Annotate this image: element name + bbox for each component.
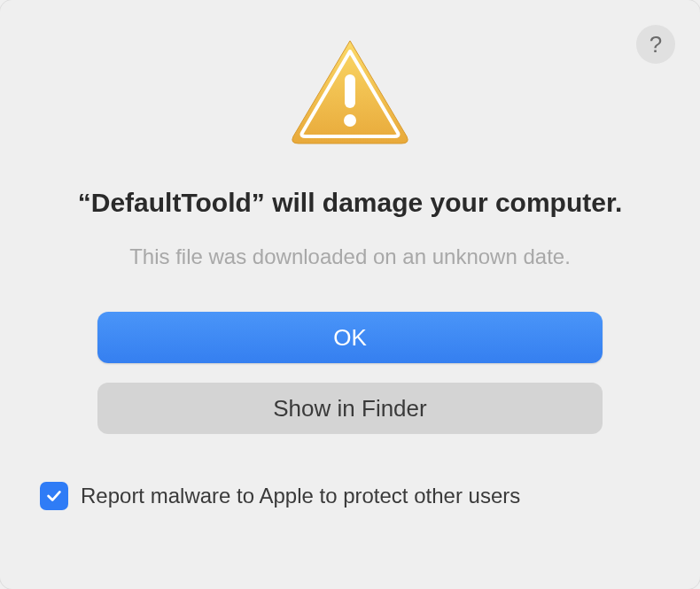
svg-point-1 (344, 114, 356, 127)
report-malware-label: Report malware to Apple to protect other… (81, 484, 520, 508)
gatekeeper-warning-dialog: ? “DefaultToold” will damage your comput… (0, 0, 700, 589)
show-in-finder-label: Show in Finder (273, 395, 426, 422)
dialog-subtitle: This file was downloaded on an unknown d… (129, 244, 571, 269)
help-button[interactable]: ? (636, 25, 675, 64)
show-in-finder-button[interactable]: Show in Finder (97, 383, 603, 434)
checkmark-icon (44, 486, 64, 506)
report-malware-checkbox[interactable] (40, 482, 68, 510)
ok-button-label: OK (333, 324, 367, 352)
warning-icon (288, 35, 412, 150)
svg-rect-0 (345, 74, 355, 108)
report-malware-row: Report malware to Apple to protect other… (40, 482, 520, 510)
ok-button[interactable]: OK (97, 312, 603, 363)
dialog-title: “DefaultToold” will damage your computer… (78, 185, 623, 220)
help-icon: ? (649, 31, 662, 58)
